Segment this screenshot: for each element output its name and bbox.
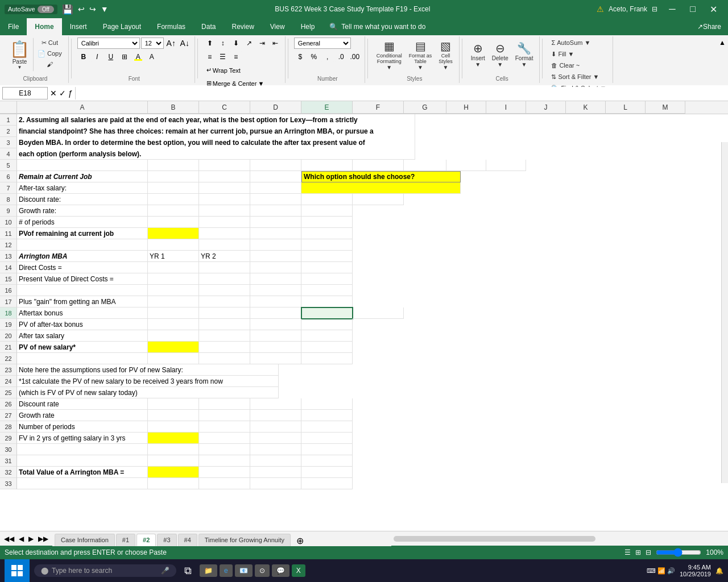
cell-a30[interactable] bbox=[17, 444, 148, 455]
col-header-d[interactable]: D bbox=[250, 101, 301, 114]
cell-c11[interactable] bbox=[199, 228, 250, 239]
maximize-button[interactable]: □ bbox=[682, 0, 703, 18]
cell-e32[interactable] bbox=[301, 467, 353, 478]
decrease-font-button[interactable]: A↓ bbox=[179, 38, 191, 49]
cell-c32[interactable] bbox=[199, 467, 250, 478]
text-direction-button[interactable]: ↗ bbox=[243, 38, 255, 49]
customize-icon[interactable]: ▼ bbox=[101, 5, 109, 14]
page-layout-icon[interactable]: ⊞ bbox=[635, 548, 641, 556]
align-right-button[interactable]: ≡ bbox=[230, 51, 242, 63]
align-bottom-button[interactable]: ⬇ bbox=[230, 38, 242, 49]
cell-b6[interactable] bbox=[148, 171, 199, 182]
cell-c9[interactable] bbox=[199, 205, 250, 217]
paste-button[interactable]: 📋 Paste ▼ bbox=[6, 38, 34, 72]
col-header-i[interactable]: I bbox=[486, 101, 526, 114]
cell-f18[interactable] bbox=[353, 307, 404, 319]
sheet-tab-3[interactable]: #3 bbox=[157, 534, 176, 546]
cell-b30[interactable] bbox=[148, 444, 199, 455]
cell-c27[interactable] bbox=[199, 410, 250, 421]
cell-c29[interactable] bbox=[199, 433, 250, 444]
cell-b12[interactable] bbox=[148, 239, 199, 251]
file-explorer-icon[interactable]: 📁 bbox=[200, 564, 217, 577]
col-header-e[interactable]: E bbox=[301, 101, 353, 114]
cell-d15[interactable] bbox=[250, 273, 301, 285]
cell-d10[interactable] bbox=[250, 217, 301, 228]
tab-page-layout[interactable]: Page Layout bbox=[95, 18, 149, 35]
sheet-tab-case-information[interactable]: Case Information bbox=[55, 534, 115, 546]
cell-a26[interactable]: Discount rate bbox=[17, 398, 148, 410]
cell-a14[interactable]: Direct Costs = bbox=[17, 262, 148, 273]
cell-e19[interactable] bbox=[301, 319, 353, 330]
cell-a27[interactable]: Growth rate bbox=[17, 410, 148, 421]
sheet-tab-4[interactable]: #4 bbox=[178, 534, 197, 546]
cell-a20[interactable]: After tax salary bbox=[17, 330, 148, 342]
share-button[interactable]: ↗ Share bbox=[690, 18, 728, 35]
col-header-k[interactable]: K bbox=[566, 101, 606, 114]
cell-a8[interactable]: Discount rate: bbox=[17, 194, 148, 205]
edge-icon[interactable]: e bbox=[220, 564, 233, 577]
horizontal-scrollbar[interactable] bbox=[394, 536, 595, 542]
cell-a28[interactable]: Number of periods bbox=[17, 421, 148, 433]
formula-cancel-icon[interactable]: ✕ bbox=[50, 89, 57, 98]
copy-button[interactable]: 📄 Copy bbox=[35, 48, 65, 59]
cell-a7[interactable]: After-tax salary: bbox=[17, 182, 148, 194]
search-bar[interactable]: ⬤ Type here to search 🎤 bbox=[34, 564, 176, 577]
cell-e31[interactable] bbox=[301, 455, 353, 467]
cell-e10[interactable] bbox=[301, 217, 353, 228]
cell-b22[interactable] bbox=[148, 353, 199, 364]
tab-help[interactable]: Help bbox=[293, 18, 323, 35]
skype-icon[interactable]: 💬 bbox=[272, 564, 289, 577]
cell-d18[interactable] bbox=[250, 307, 301, 319]
cell-d17[interactable] bbox=[250, 296, 301, 307]
start-button[interactable] bbox=[5, 559, 30, 582]
col-header-f[interactable]: F bbox=[353, 101, 404, 114]
cell-e13[interactable] bbox=[301, 251, 353, 262]
align-middle-button[interactable]: ↕ bbox=[217, 38, 229, 49]
align-center-button[interactable]: ☰ bbox=[217, 51, 229, 63]
cell-d22[interactable] bbox=[250, 353, 301, 364]
increase-decimal-button[interactable]: .00 bbox=[349, 51, 361, 63]
normal-view-icon[interactable]: ☰ bbox=[624, 548, 631, 556]
cell-d30[interactable] bbox=[250, 444, 301, 455]
cell-c6[interactable] bbox=[199, 171, 250, 182]
cell-b33[interactable] bbox=[148, 478, 199, 489]
cell-d29[interactable] bbox=[250, 433, 301, 444]
sheet-tab-2[interactable]: #2 bbox=[136, 534, 156, 546]
col-header-a[interactable]: A bbox=[17, 101, 148, 114]
cell-d28[interactable] bbox=[250, 421, 301, 433]
cell-c15[interactable] bbox=[199, 273, 250, 285]
cell-b13[interactable]: YR 1 bbox=[148, 251, 199, 262]
cell-a19[interactable]: PV of after-tax bonus bbox=[17, 319, 148, 330]
close-button[interactable]: ✕ bbox=[703, 0, 723, 18]
excel-icon[interactable]: X bbox=[292, 564, 305, 577]
microphone-icon[interactable]: 🎤 bbox=[161, 567, 169, 575]
tab-review[interactable]: Review bbox=[224, 18, 262, 35]
cell-c21[interactable] bbox=[199, 342, 250, 353]
cell-b5[interactable] bbox=[148, 160, 199, 171]
ribbon-collapse-button[interactable]: ▲ bbox=[719, 36, 726, 47]
cell-h5[interactable] bbox=[446, 160, 486, 171]
font-color-button[interactable]: A bbox=[146, 51, 158, 63]
cell-b26[interactable] bbox=[148, 398, 199, 410]
cell-b11[interactable] bbox=[148, 228, 199, 239]
add-sheet-button[interactable]: ⊕ bbox=[292, 535, 308, 546]
cell-a13[interactable]: Arrington MBA bbox=[17, 251, 148, 262]
cell-c33[interactable] bbox=[199, 478, 250, 489]
align-left-button[interactable]: ≡ bbox=[204, 51, 216, 63]
indent-increase-button[interactable]: ⇥ bbox=[256, 38, 268, 49]
cell-d9[interactable] bbox=[250, 205, 301, 217]
cell-c31[interactable] bbox=[199, 455, 250, 467]
cell-e15[interactable] bbox=[301, 273, 353, 285]
cell-b15[interactable] bbox=[148, 273, 199, 285]
cell-c30[interactable] bbox=[199, 444, 250, 455]
percent-button[interactable]: % bbox=[308, 51, 320, 63]
comma-button[interactable]: , bbox=[321, 51, 334, 63]
cell-d8[interactable] bbox=[250, 194, 301, 205]
cell-e18[interactable] bbox=[301, 307, 353, 319]
fill-color-button[interactable]: A bbox=[132, 51, 144, 63]
format-painter-button[interactable]: 🖌 bbox=[35, 59, 65, 69]
cell-b28[interactable] bbox=[148, 421, 199, 433]
cell-c19[interactable] bbox=[199, 319, 250, 330]
underline-button[interactable]: U bbox=[105, 51, 117, 63]
cell-c5[interactable] bbox=[199, 160, 250, 171]
